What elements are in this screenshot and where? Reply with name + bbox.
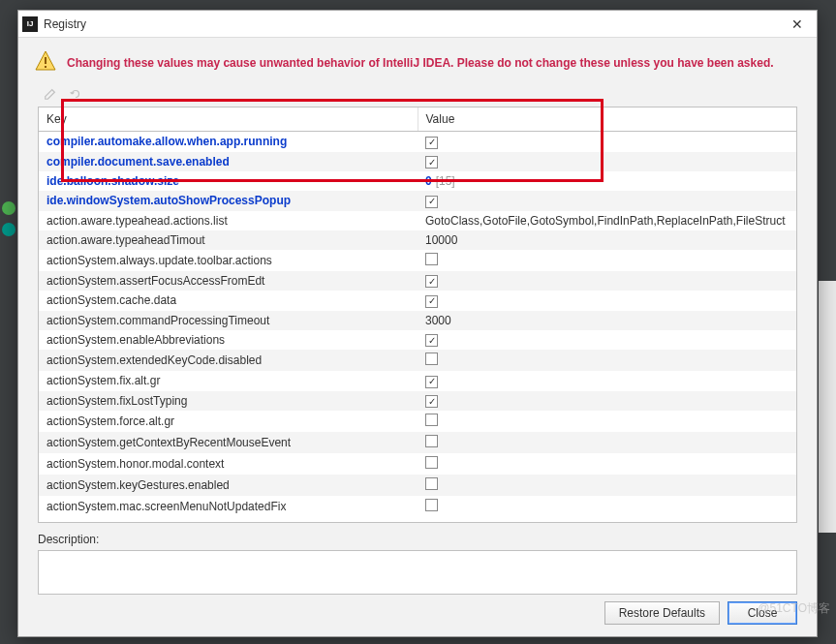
value-text[interactable]: 3000 — [425, 314, 451, 327]
table-row[interactable]: actionSystem.assertFocusAccessFromEdt✓ — [39, 271, 796, 291]
table-row[interactable]: actionSystem.cache.data✓ — [39, 291, 796, 311]
registry-key-cell[interactable]: actionSystem.getContextByRecentMouseEven… — [39, 432, 418, 453]
registry-key-cell[interactable]: actionSystem.enableAbbreviations — [39, 330, 418, 351]
table-row[interactable]: ide.windowSystem.autoShowProcessPopup✓ — [39, 191, 796, 211]
watermark-text: @51CTO博客 — [758, 600, 830, 617]
value-text[interactable]: 10000 — [425, 233, 457, 247]
registry-value-cell[interactable]: ✓ — [418, 371, 796, 391]
checkbox[interactable]: ✓ — [425, 137, 438, 149]
checkbox[interactable] — [425, 435, 438, 447]
registry-value-cell[interactable]: ✓ — [418, 291, 796, 311]
checkbox[interactable]: ✓ — [425, 334, 438, 347]
registry-key-cell[interactable]: ide.balloon.shadow.size — [39, 171, 418, 191]
registry-key-cell[interactable]: action.aware.typeaheadTimout — [39, 230, 418, 250]
table-row[interactable]: actionSystem.fixLostTyping✓ — [39, 391, 796, 412]
registry-key-cell[interactable]: compiler.document.save.enabled — [39, 152, 418, 172]
description-label: Description: — [38, 533, 797, 546]
table-row[interactable]: actionSystem.getContextByRecentMouseEven… — [39, 432, 796, 453]
checkbox[interactable] — [425, 477, 438, 490]
table-row[interactable]: ide.balloon.shadow.size0[15] — [39, 171, 796, 191]
checkbox[interactable]: ✓ — [425, 275, 438, 288]
registry-value-cell[interactable] — [418, 250, 796, 271]
registry-key-cell[interactable]: action.aware.typeahead.actions.list — [39, 211, 418, 230]
registry-value-cell[interactable]: ✓ — [418, 271, 796, 291]
registry-value-cell[interactable]: ✓ — [418, 191, 796, 211]
registry-key-cell[interactable]: ide.windowSystem.autoShowProcessPopup — [39, 191, 418, 211]
description-box — [38, 550, 797, 595]
registry-value-cell[interactable] — [418, 496, 796, 517]
table-row[interactable]: actionSystem.commandProcessingTimeout300… — [39, 311, 796, 330]
registry-key-cell[interactable]: actionSystem.cache.data — [39, 291, 418, 311]
table-row[interactable]: action.aware.typeahead.actions.listGotoC… — [39, 211, 796, 230]
table-row[interactable]: actionSystem.enableAbbreviations✓ — [39, 330, 796, 351]
warning-text: Changing these values may cause unwanted… — [67, 56, 774, 70]
registry-value-cell[interactable]: ✓ — [418, 330, 796, 351]
registry-value-cell[interactable]: ✓ — [418, 391, 796, 412]
registry-value-cell[interactable]: ✓ — [418, 132, 796, 152]
table-row[interactable]: actionSystem.mac.screenMenuNotUpdatedFix — [39, 496, 796, 517]
editor-scrollbar-background — [819, 281, 836, 533]
registry-key-cell[interactable]: actionSystem.keyGestures.enabled — [39, 475, 418, 496]
table-row[interactable]: compiler.document.save.enabled✓ — [39, 152, 796, 172]
table-row[interactable]: actionSystem.fix.alt.gr✓ — [39, 371, 796, 391]
default-hint: [15] — [436, 174, 455, 188]
checkbox[interactable]: ✓ — [425, 196, 438, 208]
close-icon[interactable]: ✕ — [778, 11, 817, 38]
checkbox[interactable] — [425, 353, 438, 365]
registry-key-cell[interactable]: actionSystem.extendedKeyCode.disabled — [39, 350, 418, 371]
table-row[interactable]: actionSystem.honor.modal.context — [39, 453, 796, 475]
column-header-value[interactable]: Value — [418, 107, 796, 132]
registry-table[interactable]: Key Value compiler.automake.allow.when.a… — [38, 107, 797, 523]
registry-dialog: IJ Registry ✕ Changing these values may … — [17, 10, 818, 637]
checkbox[interactable] — [425, 414, 438, 426]
app-icon: IJ — [22, 16, 38, 32]
checkbox[interactable] — [425, 253, 438, 265]
table-row[interactable]: actionSystem.keyGestures.enabled — [39, 475, 796, 496]
registry-key-cell[interactable]: actionSystem.always.update.toolbar.actio… — [39, 250, 418, 271]
checkbox[interactable]: ✓ — [425, 395, 438, 408]
table-row[interactable]: action.aware.typeaheadTimout10000 — [39, 230, 796, 250]
registry-value-cell[interactable] — [418, 475, 796, 496]
checkbox[interactable] — [425, 456, 438, 469]
toolbar — [18, 85, 817, 107]
registry-value-cell[interactable] — [418, 350, 796, 371]
registry-key-cell[interactable]: actionSystem.fix.alt.gr — [39, 371, 418, 391]
description-section: Description: — [38, 533, 797, 595]
registry-value-cell[interactable]: 0[15] — [418, 171, 796, 191]
table-row[interactable]: actionSystem.force.alt.gr — [39, 411, 796, 432]
registry-value-cell[interactable]: 3000 — [418, 311, 796, 330]
window-title: Registry — [44, 17, 86, 31]
value-text[interactable]: GotoClass,GotoFile,GotoSymbol,FindInPath… — [425, 214, 786, 228]
registry-key-cell[interactable]: actionSystem.fixLostTyping — [39, 391, 418, 412]
registry-value-cell[interactable]: 10000 — [418, 230, 796, 250]
checkbox[interactable]: ✓ — [425, 376, 438, 388]
editor-gutter-background — [0, 194, 17, 244]
warning-icon — [34, 49, 57, 76]
svg-rect-1 — [45, 66, 46, 68]
checkbox[interactable] — [425, 499, 438, 511]
registry-value-cell[interactable]: ✓ — [418, 152, 796, 172]
table-row[interactable]: actionSystem.extendedKeyCode.disabled — [39, 350, 796, 371]
registry-value-cell[interactable] — [418, 453, 796, 475]
table-row[interactable]: actionSystem.always.update.toolbar.actio… — [39, 250, 796, 271]
registry-value-cell[interactable] — [418, 411, 796, 432]
registry-key-cell[interactable]: actionSystem.force.alt.gr — [39, 411, 418, 432]
registry-key-cell[interactable]: actionSystem.honor.modal.context — [39, 453, 418, 475]
registry-value-cell[interactable] — [418, 432, 796, 453]
titlebar: IJ Registry ✕ — [18, 11, 817, 38]
table-row[interactable]: compiler.automake.allow.when.app.running… — [39, 132, 796, 152]
registry-value-cell[interactable]: GotoClass,GotoFile,GotoSymbol,FindInPath… — [418, 211, 796, 230]
checkbox[interactable]: ✓ — [425, 156, 438, 169]
edit-icon[interactable] — [42, 85, 59, 103]
warning-banner: Changing these values may cause unwanted… — [18, 38, 817, 85]
registry-key-cell[interactable]: actionSystem.mac.screenMenuNotUpdatedFix — [39, 496, 418, 517]
value-text[interactable]: 0 — [425, 174, 432, 188]
revert-icon[interactable] — [67, 85, 84, 103]
registry-key-cell[interactable]: actionSystem.assertFocusAccessFromEdt — [39, 271, 418, 291]
restore-defaults-button[interactable]: Restore Defaults — [604, 601, 720, 625]
svg-rect-0 — [45, 57, 46, 64]
registry-key-cell[interactable]: actionSystem.commandProcessingTimeout — [39, 311, 418, 330]
registry-key-cell[interactable]: compiler.automake.allow.when.app.running — [39, 132, 418, 152]
column-header-key[interactable]: Key — [39, 107, 418, 132]
checkbox[interactable]: ✓ — [425, 295, 438, 308]
